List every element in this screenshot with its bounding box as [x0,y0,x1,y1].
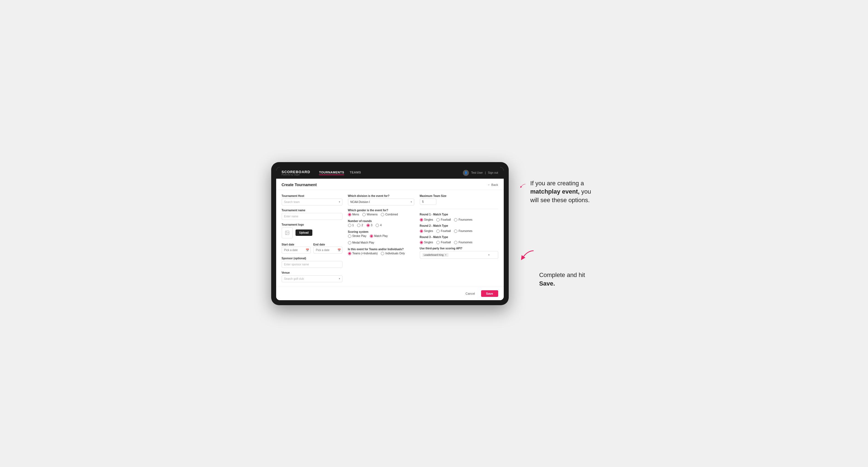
nav-right: 👤 Test User | Sign out [463,170,498,176]
gender-womens-radio[interactable] [362,213,366,216]
round3-singles-radio[interactable] [420,241,423,244]
rounds-3-option[interactable]: 3 [367,224,373,227]
scoring-stroke-radio[interactable] [348,235,351,238]
api-tag-label: Leaderboard King [424,253,444,256]
top-arrow [520,179,526,193]
teams-radio-group: Teams (+Individuals) Individuals Only [348,252,414,255]
venue-label: Venue [282,271,342,274]
scoring-match-label: Match Play [374,235,388,238]
tournament-name-label: Tournament name [282,209,342,212]
scoring-match-option[interactable]: Match Play [370,235,388,238]
teams-plus-label: Teams (+Individuals) [352,252,378,255]
gender-womens-option[interactable]: Womens [362,213,377,216]
back-button[interactable]: ← Back [488,183,498,186]
round3-singles-label: Singles [424,241,433,244]
gender-mens-label: Mens [352,213,359,216]
max-team-size-label: Maximum Team Size [420,194,498,197]
venue-input[interactable] [282,275,342,282]
save-button[interactable]: Save [481,290,498,297]
round3-foursomes-option[interactable]: Foursomes [454,241,472,244]
form-title: Create Tournament [282,183,317,187]
user-avatar: 👤 [463,170,469,176]
sponsor-group: Sponsor (optional) [282,257,342,268]
gender-womens-label: Womens [367,213,377,216]
round2-foursomes-radio[interactable] [454,229,457,233]
round1-singles-radio[interactable] [420,218,423,221]
gender-mens-option[interactable]: Mens [348,213,359,216]
api-select-display[interactable]: Leaderboard King ✕ ▾ [420,251,498,259]
rounds-group: Number of rounds 1 2 [348,220,414,227]
teams-plus-individuals-option[interactable]: Teams (+Individuals) [348,252,378,255]
rounds-3-radio[interactable] [367,224,370,227]
scoring-medal-option[interactable]: Medal Match Play [348,241,374,244]
round1-foursomes-radio[interactable] [454,218,457,221]
scoring-medal-label: Medal Match Play [352,241,374,244]
division-select[interactable]: NCAA Division I [348,198,414,206]
round2-match-type-radio: Singles Fourball Foursomes [420,229,498,233]
round2-fourball-option[interactable]: Fourball [436,229,451,233]
gender-combined-label: Combined [385,213,398,216]
rounds-2-radio[interactable] [357,224,361,227]
tournament-name-group: Tournament name [282,209,342,220]
gender-combined-radio[interactable] [381,213,384,216]
col-left: Tournament Host Tournament name Tourname… [282,194,342,282]
gender-combined-option[interactable]: Combined [381,213,398,216]
upload-button[interactable]: Upload [296,229,313,236]
rounds-1-radio[interactable] [348,224,351,227]
tournament-host-input[interactable] [282,198,342,206]
round3-fourball-label: Fourball [441,241,451,244]
sponsor-label: Sponsor (optional) [282,257,342,260]
round2-singles-radio[interactable] [420,229,423,233]
scoring-medal-radio[interactable] [348,241,351,244]
api-tag-remove[interactable]: ✕ [445,253,447,256]
gender-mens-radio[interactable] [348,213,351,216]
individuals-only-radio[interactable] [381,252,384,255]
tournament-logo-label: Tournament logo [282,223,342,226]
col-right: Maximum Team Size 5 Round 1 - Match Type… [420,194,498,282]
rounds-4-radio[interactable] [376,224,379,227]
nav-links: TOURNAMENTS TEAMS [319,171,361,175]
api-group: Use third-party live scoring API? Leader… [420,247,498,259]
brand: SCOREBOARD Powered by clippit [282,170,310,176]
individuals-only-option[interactable]: Individuals Only [381,252,405,255]
rounds-2-option[interactable]: 2 [357,224,363,227]
max-team-size-input[interactable]: 5 [420,198,436,205]
sponsor-input[interactable] [282,261,342,268]
round3-foursomes-radio[interactable] [454,241,457,244]
scoring-match-radio[interactable] [370,235,373,238]
annotation-top-text: If you are creating a matchplay event, y… [530,179,597,205]
round3-singles-option[interactable]: Singles [420,241,433,244]
round2-singles-option[interactable]: Singles [420,229,433,233]
rounds-1-option[interactable]: 1 [348,224,354,227]
round2-fourball-radio[interactable] [436,229,440,233]
sign-out-link[interactable]: Sign out [488,171,498,174]
round3-fourball-option[interactable]: Fourball [436,241,451,244]
nav-separator: | [485,171,486,174]
gender-radio-group: Mens Womens Combined [348,213,414,216]
nav-link-teams[interactable]: TEAMS [350,171,361,175]
scoring-label: Scoring system [348,230,414,234]
user-info: Test User [471,171,483,174]
teams-plus-radio[interactable] [348,252,351,255]
brand-title: SCOREBOARD [282,170,310,174]
round3-fourball-radio[interactable] [436,241,440,244]
tournament-name-input[interactable] [282,213,342,220]
round3-label: Round 3 - Match Type [420,236,498,239]
cancel-button[interactable]: Cancel [462,290,478,297]
scoring-group: Scoring system Stroke Play Match Play [348,230,414,244]
round1-fourball-option[interactable]: Fourball [436,218,451,221]
scoring-stroke-option[interactable]: Stroke Play [348,235,367,238]
round2-foursomes-option[interactable]: Foursomes [454,229,472,233]
rounds-4-option[interactable]: 4 [376,224,382,227]
col-mid: Which division is the event for? NCAA Di… [348,194,414,282]
teams-label: Is this event for Teams and/or Individua… [348,248,414,251]
round1-fourball-radio[interactable] [436,218,440,221]
rounds-radio-group: 1 2 3 [348,224,414,227]
nav-link-tournaments[interactable]: TOURNAMENTS [319,171,344,175]
round1-singles-option[interactable]: Singles [420,218,433,221]
annotation-bottom-text: Complete and hit Save. [539,271,597,288]
page-wrapper: SCOREBOARD Powered by clippit TOURNAMENT… [241,162,627,305]
tablet-screen: SCOREBOARD Powered by clippit TOURNAMENT… [276,167,504,300]
round1-foursomes-option[interactable]: Foursomes [454,218,472,221]
start-date-calendar-icon: 📅 [306,249,309,252]
